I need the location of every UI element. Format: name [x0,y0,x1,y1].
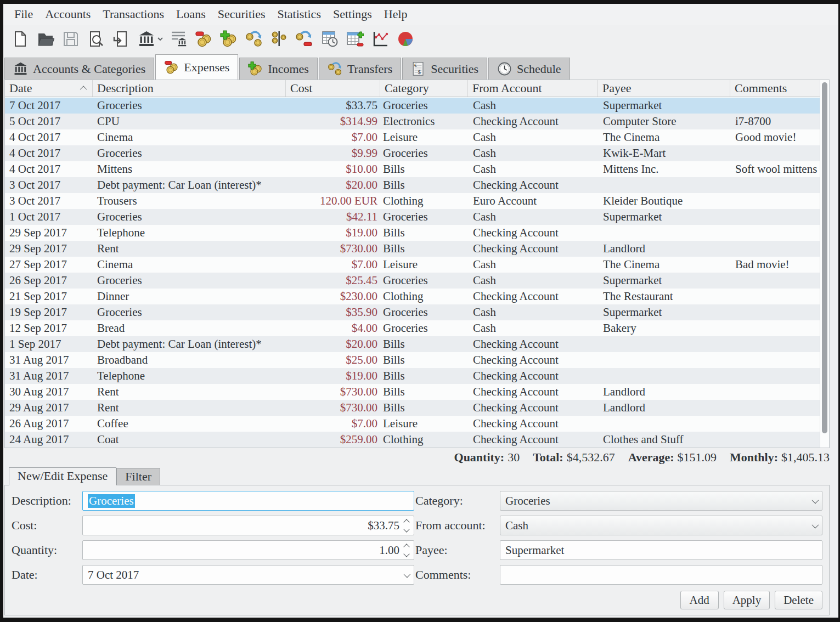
payee-input[interactable]: Supermarket [500,540,822,560]
panel-tab-filter[interactable]: Filter [116,468,160,485]
table-row[interactable]: 21 Sep 2017Dinner$230.00ClothingChecking… [5,289,820,304]
table-row[interactable]: 31 Aug 2017Broadband$25.00BillsChecking … [5,352,820,368]
cell-description: Groceries [93,98,286,114]
from-account-select[interactable]: Cash [500,516,822,535]
cost-input[interactable]: $33.75 [82,516,414,535]
cell-payee: Kleider Boutique [598,193,730,209]
cell-cost: $7.00 [286,257,380,273]
tab-accounts-categories[interactable]: Accounts & Categories [4,58,154,80]
table-row[interactable]: 5 Oct 2017CPU$314.99ElectronicsChecking … [5,114,820,129]
tab-schedule[interactable]: Schedule [488,58,570,80]
spin-up-icon[interactable] [403,519,409,525]
table-row[interactable]: 31 Aug 2017Telephone$19.00BillsChecking … [5,368,820,384]
spin-up-icon[interactable] [403,544,409,550]
menu-loans[interactable]: Loans [170,4,212,25]
menu-file[interactable]: File [8,4,39,25]
cell-payee: Landlord [598,241,730,257]
spin-down-icon[interactable] [403,526,409,532]
share-split-button[interactable] [267,28,292,50]
cell-category: Groceries [380,145,468,161]
panel-tab-new-edit-expense[interactable]: New/Edit Expense [9,467,116,485]
quantity-input[interactable]: 1.00 [82,540,414,560]
table-row[interactable]: 30 Aug 2017Rent$730.00BillsChecking Acco… [5,384,820,400]
table-row[interactable]: 19 Sep 2017Groceries$35.90GroceriesCashS… [5,304,820,320]
column-header-from-account[interactable]: From Account [468,80,598,97]
cell-from-account: Cash [468,98,598,114]
line-chart-button[interactable] [368,28,393,50]
category-select[interactable]: Groceries [500,491,822,511]
table-row[interactable]: 4 Oct 2017Mittens$10.00BillsCashMittens … [5,161,820,177]
table-row[interactable]: 1 Sep 2017Debt payment: Car Loan (intere… [5,336,820,352]
table-row[interactable]: 27 Sep 2017Cinema$7.00LeisureCashThe Cin… [5,257,820,273]
menu-transactions[interactable]: Transactions [97,4,170,25]
menu-statistics[interactable]: Statistics [272,4,327,25]
column-header-cost[interactable]: Cost [286,80,380,97]
tab-incomes[interactable]: Incomes [239,58,318,80]
table-row[interactable]: 29 Aug 2017Rent$730.00BillsChecking Acco… [5,400,820,416]
pie-chart-button[interactable] [393,28,418,50]
cell-cost: $7.00 [286,416,380,432]
table-row[interactable]: 3 Oct 2017Debt payment: Car Loan (intere… [5,177,820,193]
add-button[interactable]: Add [680,591,719,609]
comments-input[interactable] [500,565,822,585]
table-row[interactable]: 3 Oct 2017Trousers120.00 EURClothingEuro… [5,193,820,209]
table-row[interactable]: 24 Aug 2017Coat$259.00ClothingChecking A… [5,432,820,448]
table-row[interactable]: 12 Sep 2017Bread$4.00GroceriesCashBakery [5,320,820,336]
spinner[interactable] [404,520,409,531]
table-row[interactable]: 4 Oct 2017Groceries$9.99GroceriesCashKwi… [5,145,820,161]
description-input[interactable]: Groceries [82,491,414,511]
document-import-button[interactable] [109,28,134,50]
table-row[interactable]: 4 Oct 2017Cinema$7.00LeisureCashThe Cine… [5,129,820,145]
svg-text:$: $ [418,69,421,75]
scheduled-expense-button[interactable] [292,28,317,50]
column-label: Description [97,80,154,97]
transfer-button[interactable] [241,28,267,50]
table-row[interactable]: 29 Sep 2017Telephone$19.00BillsChecking … [5,225,820,241]
table-row[interactable]: 26 Sep 2017Groceries$25.45GroceriesCashS… [5,273,820,289]
transfer-icon [245,30,263,48]
transactions-table: DateDescriptionCostCategoryFrom AccountP… [4,80,830,448]
new-document-button[interactable] [8,28,33,50]
save-button[interactable] [58,28,83,50]
table-row[interactable]: 7 Oct 2017Groceries$33.75GroceriesCashSu… [5,98,820,114]
income-button[interactable] [216,28,241,50]
cell-category: Bills [380,225,468,241]
table-row[interactable]: 26 Aug 2017Coffee$7.00LeisureChecking Ac… [5,416,820,432]
menu-settings[interactable]: Settings [327,4,378,25]
operations-template-button[interactable] [342,28,368,50]
chevron-down-icon[interactable] [156,35,165,43]
tab-transfers[interactable]: Transfers [319,58,401,80]
spin-down-icon[interactable] [403,551,409,557]
column-label: Comments [735,80,787,97]
from-account-label: From account: [415,516,499,535]
vertical-scrollbar[interactable] [820,80,829,448]
column-header-payee[interactable]: Payee [598,80,730,97]
cell-comments [730,304,820,320]
column-header-comments[interactable]: Comments [730,80,829,97]
spinner[interactable] [404,545,409,556]
menu-securities[interactable]: Securities [212,4,272,25]
table-row[interactable]: 29 Sep 2017Rent$730.00BillsChecking Acco… [5,241,820,257]
expense-button[interactable] [191,28,216,50]
tab-securities[interactable]: €$Securities [402,58,487,80]
scrollbar-thumb[interactable] [822,82,827,433]
document-search-button[interactable] [83,28,109,50]
menu-accounts[interactable]: Accounts [39,4,97,25]
account-list-button[interactable] [166,28,191,50]
apply-button[interactable]: Apply [724,591,770,609]
cell-payee: Supermarket [598,98,730,114]
chevron-down-icon [812,521,819,528]
menu-help[interactable]: Help [378,4,414,25]
open-folder-button[interactable] [33,28,58,50]
tab-expenses[interactable]: Expenses [155,54,238,80]
column-header-date[interactable]: Date [5,80,93,97]
operations-schedule-button[interactable] [317,28,342,50]
column-header-description[interactable]: Description [93,80,286,97]
tab-label: Incomes [268,62,309,76]
table-row[interactable]: 1 Oct 2017Groceries$42.11GroceriesCashSu… [5,209,820,225]
stat-average: Average:$151.09 [628,450,717,465]
delete-button[interactable]: Delete [775,591,822,609]
cell-category: Groceries [380,209,468,225]
column-header-category[interactable]: Category [380,80,468,97]
date-select[interactable]: 7 Oct 2017 [82,565,414,585]
